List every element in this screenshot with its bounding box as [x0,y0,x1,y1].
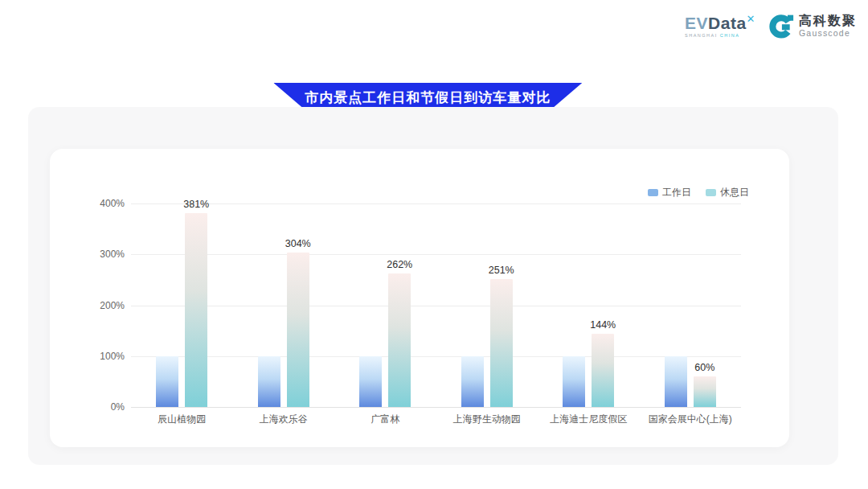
header-logos: EVData✕ SHANGHAI CHINA 高科数聚 Gausscode [685,13,857,39]
chart-card: 工作日休息日 0%100%200%300%400%381%辰山植物园304%上海… [50,149,789,447]
evdata-logo-subtext-left: SHANGHAI [685,33,720,38]
gridline-0% [131,407,741,408]
y-axis-tick-label: 200% [76,300,125,311]
gausscode-logo-en: Gausscode [799,28,857,38]
bar-value-label: 262% [371,259,428,270]
x-axis-category-label: 广富林 [333,413,437,426]
gausscode-logo-text: 高科数聚 Gausscode [799,14,857,38]
page: EVData✕ SHANGHAI CHINA 高科数聚 Gausscode 市内… [0,0,868,489]
bar-workday[interactable] [563,356,585,407]
bar-workday[interactable] [258,356,280,407]
bar-restday[interactable] [592,334,614,407]
x-axis-category-label: 辰山植物园 [129,413,234,426]
gridline-200% [131,306,741,306]
bar-restday[interactable] [287,253,309,407]
evdata-logo-subtext: SHANGHAI CHINA [685,34,739,39]
y-axis-tick-label: 400% [76,198,125,209]
y-axis-tick-label: 100% [76,351,125,362]
legend-label: 工作日 [662,186,691,199]
bar-value-label: 60% [677,362,733,373]
x-axis-category-label: 上海野生动物园 [435,413,539,426]
gridline-100% [131,356,741,357]
x-axis-category-label: 国家会展中心(上海) [638,413,743,426]
bar-workday[interactable] [156,356,178,407]
bar-restday[interactable] [388,273,411,407]
bar-restday[interactable] [694,376,716,407]
y-axis-tick-label: 300% [76,249,125,260]
legend-item-restday[interactable]: 休息日 [706,186,749,199]
bar-value-label: 144% [575,319,631,331]
evdata-logo-ev: EV [685,14,708,32]
bar-restday[interactable] [185,213,207,407]
bar-workday[interactable] [359,356,382,407]
bar-value-label: 304% [270,238,326,249]
chart-legend: 工作日休息日 [648,186,749,199]
legend-swatch-icon [706,189,716,196]
legend-label: 休息日 [720,186,749,199]
gausscode-logo: 高科数聚 Gausscode [768,13,857,39]
x-axis-category-label: 上海欢乐谷 [231,413,336,426]
page-title: 市内景点工作日和节假日到访车量对比 [305,88,551,107]
gridline-300% [131,254,741,255]
y-axis-tick-label: 0% [76,401,125,413]
bar-value-label: 381% [168,199,224,210]
evdata-logo: EVData✕ SHANGHAI CHINA [685,14,755,39]
x-axis-category-label: 上海迪士尼度假区 [536,413,641,426]
evdata-logo-data: Data [708,14,747,32]
gausscode-g-icon [768,13,794,39]
evdata-logo-subtext-right: CHINA [720,33,740,38]
gausscode-logo-cn: 高科数聚 [799,14,857,28]
bar-value-label: 251% [473,265,530,276]
legend-swatch-icon [648,189,658,196]
bar-workday[interactable] [461,356,484,407]
bar-restday[interactable] [490,279,513,407]
evdata-logo-x-icon: ✕ [747,13,755,25]
legend-item-workday[interactable]: 工作日 [648,186,691,199]
evdata-logo-text: EVData✕ [685,14,755,31]
